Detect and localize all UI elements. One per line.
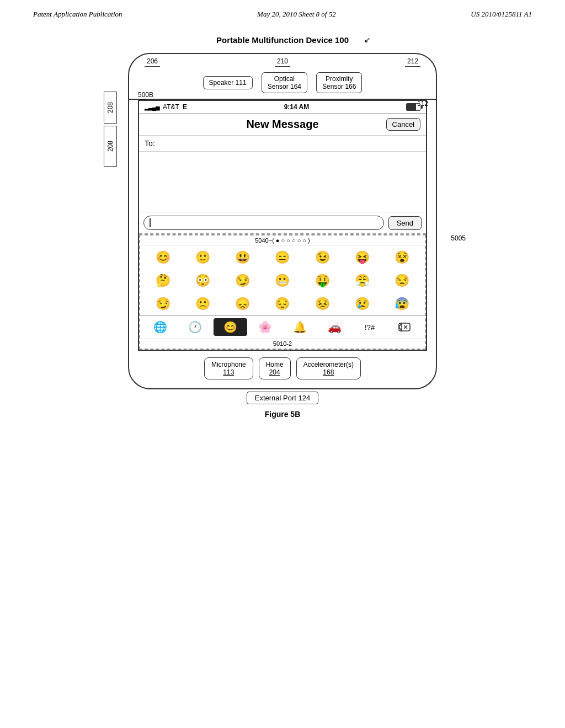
- emoji-categories: 🌐 🕐 😊 🌸 🔔 🚗 !?#: [140, 315, 425, 338]
- cancel-button[interactable]: Cancel: [386, 118, 420, 131]
- figure-caption: Figure 5B: [265, 410, 301, 419]
- cat-delete[interactable]: [388, 318, 422, 336]
- emoji-3-3[interactable]: 😞: [223, 295, 262, 313]
- accelerometer-label: Accelerometer(s): [303, 361, 354, 368]
- label-5005: 5005: [451, 234, 466, 242]
- status-time: 9:14 AM: [284, 103, 310, 111]
- microphone-button: Microphone 113: [204, 357, 253, 379]
- carrier: AT&T: [163, 103, 179, 111]
- optical-sensor-label: Optical: [268, 75, 301, 83]
- device-title-container: Portable Multifunction Device 100 ↙: [216, 35, 349, 45]
- speaker-label: Speaker 111: [209, 79, 247, 87]
- side-label-208-top: 208: [104, 92, 117, 124]
- battery-icon: [406, 103, 420, 111]
- emoji-2-7[interactable]: 😒: [383, 271, 422, 290]
- to-field: To:: [139, 136, 426, 152]
- main-content: Portable Multifunction Device 100 ↙ 208 …: [0, 24, 565, 419]
- emoji-1-1[interactable]: 😊: [143, 248, 182, 267]
- label-500b: 500B ⌒: [138, 91, 153, 109]
- side-label-208-bottom: 208: [104, 126, 117, 167]
- optical-sensor-number: Sensor 164: [268, 83, 301, 90]
- label-206: 206: [145, 57, 160, 67]
- microphone-number: 113: [211, 368, 246, 376]
- home-number: 204: [266, 368, 284, 376]
- emoji-2-6[interactable]: 😤: [343, 271, 381, 290]
- device-title: Portable Multifunction Device 100: [216, 35, 349, 45]
- nav-title: New Message: [246, 118, 318, 131]
- emoji-2-2[interactable]: 😳: [183, 271, 222, 290]
- input-row: Send: [139, 212, 426, 234]
- status-bar: ▂▃▄▅ AT&T E 9:14 AM: [139, 101, 426, 114]
- patent-section: Patent Application Publication: [33, 10, 122, 19]
- emoji-1-2[interactable]: 🙂: [183, 248, 222, 267]
- emoji-1-7[interactable]: 😵: [383, 248, 422, 267]
- cat-globe[interactable]: 🌐: [143, 318, 177, 336]
- emoji-3-6[interactable]: 😢: [343, 295, 381, 313]
- speaker-box: Speaker 111: [203, 76, 253, 89]
- proximity-sensor-label: Proximity: [322, 75, 356, 83]
- label-210: 210: [275, 57, 290, 67]
- accelerometer-number: 168: [303, 368, 354, 376]
- home-label: Home: [266, 361, 284, 368]
- emoji-1-6[interactable]: 😝: [343, 248, 381, 267]
- emoji-keyboard: 5040~( ● ○ ○ ○ ○ ○ ) 😊 🙂 😃 😑 😉 😝 😵 🤔: [139, 234, 426, 350]
- proximity-sensor-box: Proximity Sensor 166: [316, 72, 362, 93]
- cursor: [150, 218, 151, 227]
- patent-number: US 2010/0125811 A1: [471, 10, 532, 19]
- patent-date: May 20, 2010 Sheet 8 of 52: [257, 10, 336, 19]
- cat-symbols[interactable]: !?#: [353, 318, 387, 336]
- edge-indicator: E: [183, 103, 187, 111]
- top-labels: 206 210 212: [129, 54, 436, 67]
- emoji-row-1: 😊 🙂 😃 😑 😉 😝 😵: [140, 246, 425, 269]
- optical-sensor-box: Optical Sensor 164: [262, 72, 307, 93]
- home-button[interactable]: Home 204: [259, 357, 291, 379]
- emoji-2-3[interactable]: 😏: [223, 271, 262, 290]
- external-port-label: External Port 124: [247, 392, 318, 404]
- device-arrow: ↙: [364, 35, 371, 45]
- emoji-row-3: 😏 🙁 😞 😔 😣 😢 😰: [140, 292, 425, 315]
- emoji-2-1[interactable]: 🤔: [143, 271, 182, 290]
- label-5010-2: 5010-2: [140, 338, 425, 349]
- text-input[interactable]: [143, 216, 384, 230]
- external-port-text: External Port 124: [255, 394, 310, 402]
- cat-flower[interactable]: 🌸: [248, 318, 282, 336]
- emoji-row-2: 🤔 😳 😏 😬 🤑 😤 😒: [140, 269, 425, 292]
- send-button[interactable]: Send: [388, 216, 422, 230]
- emoji-1-4[interactable]: 😑: [263, 248, 302, 267]
- cat-clock[interactable]: 🕐: [178, 318, 212, 336]
- battery-fill: [407, 104, 416, 110]
- emoji-1-5[interactable]: 😉: [303, 248, 342, 267]
- device-screen: ▂▃▄▅ AT&T E 9:14 AM New Message Cancel: [138, 100, 427, 351]
- delete-icon: [398, 321, 411, 333]
- microphone-label: Microphone: [211, 361, 246, 368]
- cat-bell[interactable]: 🔔: [283, 318, 317, 336]
- nav-bar: New Message Cancel: [139, 114, 426, 136]
- accelerometer-button: Accelerometer(s) 168: [296, 357, 361, 379]
- emoji-3-5[interactable]: 😣: [303, 295, 342, 313]
- emoji-2-4[interactable]: 😬: [263, 271, 302, 290]
- cat-car[interactable]: 🚗: [318, 318, 351, 336]
- side-label-208-container: 208 208: [104, 92, 117, 167]
- cat-smiley[interactable]: 😊: [214, 318, 247, 336]
- emoji-3-1[interactable]: 😏: [143, 295, 182, 313]
- page-header: Patent Application Publication May 20, 2…: [0, 0, 565, 24]
- emoji-3-7[interactable]: 😰: [383, 295, 422, 313]
- emoji-page-indicator: 5040~( ● ○ ○ ○ ○ ○ ): [140, 235, 425, 246]
- message-area[interactable]: [139, 152, 426, 212]
- device-outer: 206 210 212 Speaker 111 Optical Sensor 1…: [128, 53, 437, 389]
- device-bottom: Microphone 113 Home 204 Accelerometer(s)…: [129, 351, 436, 388]
- device-top-bar: Speaker 111 Optical Sensor 164 Proximity…: [129, 67, 436, 100]
- proximity-sensor-number: Sensor 166: [322, 83, 356, 90]
- emoji-3-4[interactable]: 😔: [263, 295, 302, 313]
- emoji-3-2[interactable]: 🙁: [183, 295, 222, 313]
- external-port-box: External Port 124: [247, 392, 318, 404]
- emoji-1-3[interactable]: 😃: [223, 248, 262, 267]
- label-212: 212: [405, 57, 420, 67]
- emoji-2-5[interactable]: 🤑: [303, 271, 342, 290]
